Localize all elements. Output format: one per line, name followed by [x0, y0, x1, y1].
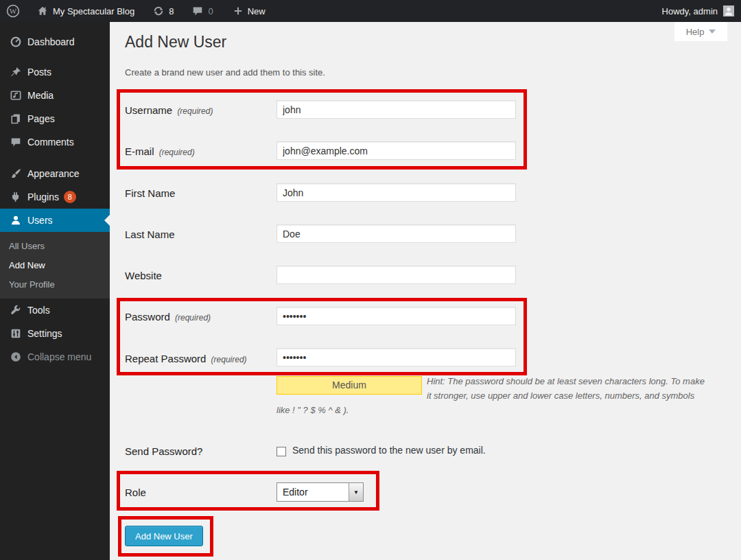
submenu-item-add-new[interactable]: Add New: [0, 256, 110, 275]
repeat-password-input[interactable]: [277, 348, 516, 366]
submenu-item-your-profile[interactable]: Your Profile: [0, 275, 110, 294]
menu-spacer: [0, 22, 110, 30]
sidebar-item-label: Plugins: [27, 191, 59, 202]
sidebar-item-pages[interactable]: Pages: [0, 107, 110, 130]
role-selected-value: Editor: [277, 487, 349, 498]
main-content: Add New User Create a brand new user and…: [110, 22, 741, 560]
howdy-account-link[interactable]: Howdy, admin: [662, 6, 718, 16]
page-description: Create a brand new user and add them to …: [125, 67, 325, 78]
media-icon: [10, 89, 22, 102]
sidebar-item-settings[interactable]: Settings: [0, 322, 110, 345]
users-submenu: All Users Add New Your Profile: [0, 232, 110, 299]
comment-count: 0: [208, 6, 213, 16]
pages-icon: [10, 113, 22, 125]
send-password-checkbox[interactable]: [277, 447, 286, 456]
website-input[interactable]: [277, 266, 516, 284]
svg-text:W: W: [10, 7, 17, 15]
site-name-link[interactable]: My Spectacular Blog: [30, 0, 141, 22]
sidebar-item-appearance[interactable]: Appearance: [0, 162, 110, 185]
sidebar-item-label: Media: [27, 90, 54, 101]
pushpin-icon: [10, 66, 22, 78]
collapse-arrow-icon: [10, 351, 22, 363]
comments-icon: [10, 136, 22, 148]
page-title: Add New User: [125, 32, 226, 52]
repeat-password-label: Repeat Password (required): [125, 353, 269, 364]
email-label: E-mail (required): [125, 145, 269, 157]
sidebar-item-tools[interactable]: Tools: [0, 299, 110, 322]
wordpress-logo-menu[interactable]: W: [0, 0, 26, 22]
user-avatar[interactable]: [723, 5, 734, 16]
plug-icon: [10, 191, 22, 203]
settings-sliders-icon: [10, 327, 22, 340]
home-icon: [36, 5, 49, 17]
sidebar-item-posts[interactable]: Posts: [0, 60, 110, 84]
site-name-label: My Spectacular Blog: [53, 6, 134, 16]
help-label: Help: [686, 27, 705, 37]
sidebar-item-label: Dashboard: [27, 36, 75, 47]
menu-separator: [0, 54, 110, 60]
comments-indicator[interactable]: 0: [185, 0, 219, 22]
plugins-update-badge: 8: [64, 191, 76, 203]
send-password-label: Send Password?: [125, 445, 269, 457]
wrench-icon: [10, 304, 22, 316]
user-icon: [10, 214, 22, 226]
new-label: New: [248, 6, 266, 16]
sidebar-item-comments[interactable]: Comments: [0, 130, 110, 154]
admin-sidebar: Dashboard Posts Media Pages Comments: [0, 22, 110, 560]
paintbrush-icon: [10, 167, 22, 180]
menu-separator: [0, 154, 110, 162]
password-input[interactable]: [277, 307, 516, 325]
hint-float-spacer: [277, 374, 427, 403]
submenu-item-all-users[interactable]: All Users: [0, 237, 110, 256]
comment-bubble-icon: [191, 5, 204, 17]
sidebar-item-label: Appearance: [27, 168, 80, 179]
send-password-checkbox-label[interactable]: Send this password to the new user by em…: [292, 445, 486, 456]
sidebar-item-label: Posts: [27, 67, 51, 78]
wordpress-logo-icon: W: [6, 4, 20, 18]
chevron-down-icon: ▼: [349, 483, 363, 501]
collapse-menu-button[interactable]: Collapse menu: [0, 345, 110, 369]
role-select[interactable]: Editor ▼: [277, 482, 364, 502]
last-name-input[interactable]: [277, 224, 516, 243]
plus-icon: [233, 5, 244, 16]
help-button[interactable]: Help: [674, 22, 727, 41]
new-content-menu[interactable]: New: [226, 0, 272, 22]
first-name-label: First Name: [125, 187, 269, 199]
add-new-user-button[interactable]: Add New User: [125, 526, 203, 546]
updates-icon: [152, 5, 165, 17]
email-input[interactable]: [277, 141, 516, 160]
sidebar-item-label: Settings: [27, 328, 62, 339]
chevron-down-icon: [709, 30, 716, 34]
sidebar-item-label: Users: [27, 215, 53, 226]
sidebar-item-media[interactable]: Media: [0, 84, 110, 107]
update-count: 8: [169, 6, 174, 16]
sidebar-item-label: Comments: [27, 137, 74, 148]
username-input[interactable]: [277, 100, 516, 119]
password-label: Password (required): [125, 311, 269, 323]
updates-indicator[interactable]: 8: [146, 0, 180, 22]
website-label: Website: [125, 270, 269, 281]
sidebar-item-plugins[interactable]: Plugins 8: [0, 185, 110, 209]
dashboard-icon: [10, 36, 22, 48]
sidebar-item-label: Pages: [27, 113, 55, 124]
last-name-label: Last Name: [125, 229, 269, 240]
password-hint: Hint: The password should be at least se…: [277, 374, 707, 417]
role-label: Role: [125, 487, 269, 498]
sidebar-item-label: Tools: [27, 305, 50, 316]
admin-topbar: W My Spectacular Blog 8 0 New H: [0, 0, 741, 22]
username-label: Username (required): [125, 104, 269, 116]
sidebar-item-label: Collapse menu: [27, 351, 91, 362]
sidebar-item-users[interactable]: Users: [0, 209, 110, 232]
first-name-input[interactable]: [277, 183, 516, 202]
sidebar-item-dashboard[interactable]: Dashboard: [0, 30, 110, 54]
